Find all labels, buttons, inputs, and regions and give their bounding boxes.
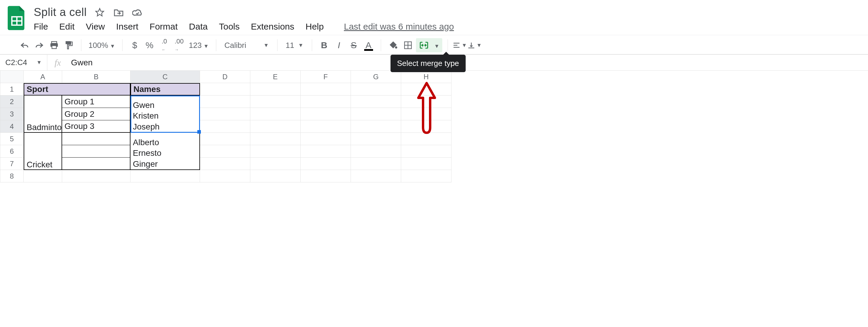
vertical-align-button[interactable]: ▼ — [468, 38, 482, 52]
cell-C1[interactable]: Names — [130, 83, 200, 96]
formula-input[interactable]: Gwen — [68, 58, 868, 67]
cell-B8[interactable] — [62, 170, 130, 183]
cell-F6[interactable] — [301, 145, 351, 158]
cell-F1[interactable] — [301, 83, 351, 96]
cell-G7[interactable] — [351, 158, 401, 170]
bold-button[interactable]: B — [317, 38, 331, 52]
row-header-6[interactable]: 6 — [0, 145, 24, 158]
menu-edit[interactable]: Edit — [59, 22, 74, 32]
cell-B5[interactable] — [62, 133, 130, 145]
col-header-H[interactable]: H — [401, 71, 452, 83]
strikethrough-button[interactable]: S — [347, 38, 361, 52]
row-header-8[interactable]: 8 — [0, 170, 24, 183]
cell-H7[interactable] — [401, 158, 452, 170]
col-header-B[interactable]: B — [62, 71, 130, 83]
row-header-4[interactable]: 4 — [0, 120, 24, 133]
menu-file[interactable]: File — [34, 22, 48, 32]
name-box[interactable]: C2:C4 ▼ — [0, 55, 47, 70]
cell-F7[interactable] — [301, 158, 351, 170]
cell-G5[interactable] — [351, 133, 401, 145]
cell-H1[interactable] — [401, 83, 452, 96]
cell-E7[interactable] — [250, 158, 301, 170]
cell-F4[interactable] — [301, 120, 351, 133]
cell-F2[interactable] — [301, 96, 351, 108]
menu-view[interactable]: View — [86, 22, 105, 32]
col-header-G[interactable]: G — [351, 71, 401, 83]
increase-decimal-button[interactable]: .00→ — [172, 38, 186, 52]
cell-E1[interactable] — [250, 83, 301, 96]
menu-help[interactable]: Help — [306, 22, 324, 32]
cell-G3[interactable] — [351, 108, 401, 120]
cell-F8[interactable] — [301, 170, 351, 183]
cell-F5[interactable] — [301, 133, 351, 145]
text-color-button[interactable]: A — [362, 38, 375, 52]
italic-button[interactable]: I — [332, 38, 346, 52]
print-icon[interactable] — [47, 38, 61, 52]
fill-color-button[interactable] — [386, 38, 400, 52]
paint-format-icon[interactable] — [62, 38, 76, 52]
cell-G1[interactable] — [351, 83, 401, 96]
cell-D2[interactable] — [200, 96, 250, 108]
cell-C2C4-merged[interactable]: Gwen Kristen Joseph — [130, 96, 200, 133]
cell-B7[interactable] — [62, 158, 130, 170]
cell-A5A7-merged[interactable]: Cricket — [24, 133, 62, 170]
merge-cells-button[interactable] — [417, 38, 431, 52]
cell-D8[interactable] — [200, 170, 250, 183]
cell-A1B1-merged[interactable]: Sport — [24, 83, 130, 96]
cell-E2[interactable] — [250, 96, 301, 108]
cell-C5C7-merged[interactable]: Alberto Ernesto Ginger — [130, 133, 200, 170]
menu-format[interactable]: Format — [150, 22, 178, 32]
decrease-decimal-button[interactable]: .0← — [157, 38, 171, 52]
font-family-select[interactable]: Calibri▼ — [222, 41, 272, 50]
format-percent-button[interactable]: % — [143, 38, 156, 52]
menu-tools[interactable]: Tools — [219, 22, 240, 32]
cell-E3[interactable] — [250, 108, 301, 120]
row-header-5[interactable]: 5 — [0, 133, 24, 145]
cell-H3[interactable] — [401, 108, 452, 120]
cell-D6[interactable] — [200, 145, 250, 158]
row-header-3[interactable]: 3 — [0, 108, 24, 120]
cell-C8[interactable] — [130, 170, 200, 183]
cells-area[interactable]: Sport Names Badminton Group 1 Group 2 Gr… — [24, 83, 868, 183]
cell-D5[interactable] — [200, 133, 250, 145]
cell-G6[interactable] — [351, 145, 401, 158]
cell-H5[interactable] — [401, 133, 452, 145]
cell-D3[interactable] — [200, 108, 250, 120]
col-header-F[interactable]: F — [301, 71, 351, 83]
col-header-E[interactable]: E — [250, 71, 301, 83]
cell-H2[interactable] — [401, 96, 452, 108]
cell-G8[interactable] — [351, 170, 401, 183]
col-header-D[interactable]: D — [200, 71, 250, 83]
cell-H4[interactable] — [401, 120, 452, 133]
more-formats-button[interactable]: 123▼ — [187, 41, 210, 50]
format-currency-button[interactable]: $ — [128, 38, 142, 52]
cell-E4[interactable] — [250, 120, 301, 133]
cell-B3[interactable]: Group 2 — [62, 108, 130, 120]
undo-icon[interactable] — [18, 38, 31, 52]
cell-B6[interactable] — [62, 145, 130, 158]
cell-B4[interactable]: Group 3 — [62, 120, 130, 133]
cell-B2[interactable]: Group 1 — [62, 96, 130, 108]
row-header-7[interactable]: 7 — [0, 158, 24, 170]
cell-H6[interactable] — [401, 145, 452, 158]
cell-E8[interactable] — [250, 170, 301, 183]
row-header-1[interactable]: 1 — [0, 83, 24, 96]
doc-title[interactable]: Split a cell — [34, 6, 87, 19]
cell-G2[interactable] — [351, 96, 401, 108]
font-size-select[interactable]: 11▼ — [283, 41, 307, 50]
menu-insert[interactable]: Insert — [116, 22, 138, 32]
col-header-A[interactable]: A — [24, 71, 62, 83]
cell-D1[interactable] — [200, 83, 250, 96]
cell-H8[interactable] — [401, 170, 452, 183]
cell-E5[interactable] — [250, 133, 301, 145]
cell-A2A4-merged[interactable]: Badminton — [24, 96, 62, 133]
cell-D4[interactable] — [200, 120, 250, 133]
cell-F3[interactable] — [301, 108, 351, 120]
redo-icon[interactable] — [33, 38, 46, 52]
last-edit-link[interactable]: Last edit was 6 minutes ago — [344, 22, 454, 32]
borders-button[interactable] — [401, 38, 415, 52]
merge-type-dropdown[interactable]: ▼ — [431, 41, 441, 50]
cell-D7[interactable] — [200, 158, 250, 170]
sheets-logo-icon[interactable] — [6, 4, 28, 32]
menu-data[interactable]: Data — [189, 22, 208, 32]
